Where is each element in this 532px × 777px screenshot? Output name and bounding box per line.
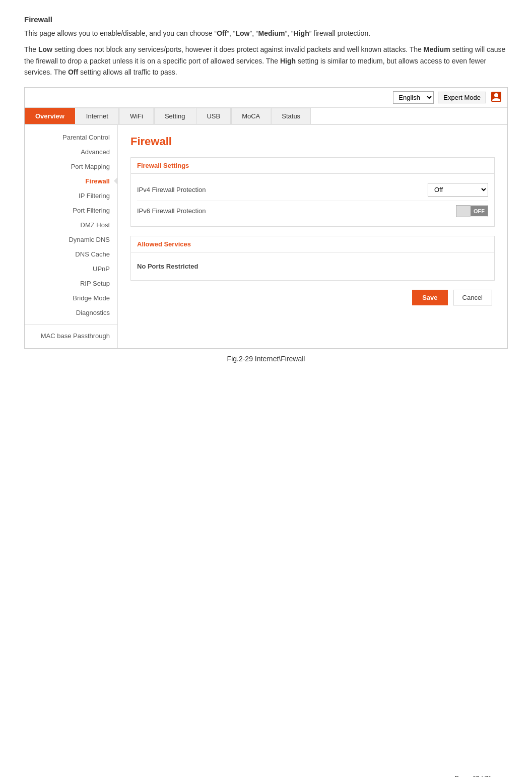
para1-medium: Medium bbox=[258, 29, 285, 37]
para2-prefix: The bbox=[24, 45, 38, 53]
tab-overview[interactable]: Overview bbox=[25, 108, 75, 124]
sidebar-item-diagnostics[interactable]: Diagnostics bbox=[25, 305, 117, 320]
para2-high: High bbox=[280, 57, 296, 65]
tab-setting[interactable]: Setting bbox=[154, 108, 195, 124]
tab-wifi[interactable]: WiFi bbox=[119, 108, 154, 124]
para1-comma1: ”, “ bbox=[227, 29, 235, 37]
para1-comma3: ”, “ bbox=[285, 29, 293, 37]
section-title: Firewall bbox=[24, 15, 508, 24]
sidebar-item-dns-cache[interactable]: DNS Cache bbox=[25, 247, 117, 262]
firewall-settings-section: Firewall Settings IPv4 Firewall Protecti… bbox=[130, 157, 495, 227]
page-number: Page 47 / 71 bbox=[454, 774, 492, 777]
sidebar: Parental Control Advanced Port Mapping F… bbox=[25, 125, 118, 348]
main-area: Parental Control Advanced Port Mapping F… bbox=[25, 125, 507, 348]
sidebar-item-ip-filtering[interactable]: IP Filtering bbox=[25, 188, 117, 203]
para2-medium: Medium bbox=[424, 45, 450, 53]
allowed-services-body: No Ports Restricted bbox=[131, 252, 494, 280]
ipv6-label: IPv6 Firewall Protection bbox=[137, 207, 456, 215]
sidebar-item-advanced[interactable]: Advanced bbox=[25, 145, 117, 159]
figure-caption: Fig.2-29 Internet\Firewall bbox=[24, 355, 508, 363]
tab-usb[interactable]: USB bbox=[196, 108, 231, 124]
action-buttons: Save Cancel bbox=[130, 290, 495, 305]
para2-low: Low bbox=[38, 45, 52, 53]
para1-high: High bbox=[294, 29, 309, 37]
ipv6-setting-row: IPv6 Firewall Protection OFF bbox=[137, 201, 488, 221]
para1-off: Off bbox=[217, 29, 227, 37]
sidebar-item-upnp[interactable]: UPnP bbox=[25, 262, 117, 276]
sidebar-item-port-filtering[interactable]: Port Filtering bbox=[25, 203, 117, 218]
sidebar-item-mac-base-passthrough[interactable]: MAC base Passthrough bbox=[25, 329, 117, 343]
sidebar-item-parental-control[interactable]: Parental Control bbox=[25, 130, 117, 145]
para1-comma2: ”, “ bbox=[249, 29, 258, 37]
ipv6-toggle-label: OFF bbox=[471, 206, 488, 216]
top-bar: English Spanish French Expert Mode bbox=[25, 88, 507, 108]
allowed-services-title: Allowed Services bbox=[131, 236, 494, 252]
firewall-settings-title: Firewall Settings bbox=[131, 158, 494, 174]
firewall-settings-body: IPv4 Firewall Protection Off Low Medium … bbox=[131, 174, 494, 226]
ipv4-select[interactable]: Off Low Medium High bbox=[428, 183, 488, 197]
content-panel: Firewall Firewall Settings IPv4 Firewall… bbox=[118, 125, 507, 348]
intro-paragraph: This page allows you to enable/disable, … bbox=[24, 28, 508, 39]
sidebar-item-port-mapping[interactable]: Port Mapping bbox=[25, 159, 117, 174]
language-select[interactable]: English Spanish French bbox=[393, 91, 434, 104]
tab-internet[interactable]: Internet bbox=[76, 108, 119, 124]
nav-tabs: Overview Internet WiFi Setting USB MoCA … bbox=[25, 108, 507, 125]
sidebar-item-rip-setup[interactable]: RIP Setup bbox=[25, 276, 117, 291]
sidebar-item-dmz-host[interactable]: DMZ Host bbox=[25, 218, 117, 232]
page-heading: Firewall bbox=[130, 135, 495, 148]
para2-suffix: setting allows all traffic to pass. bbox=[78, 68, 177, 76]
ipv6-control: OFF bbox=[456, 205, 488, 217]
ipv4-setting-row: IPv4 Firewall Protection Off Low Medium … bbox=[137, 179, 488, 201]
router-ui-screenshot: English Spanish French Expert Mode Overv… bbox=[24, 87, 508, 349]
para2-mid1: setting does not block any services/port… bbox=[52, 45, 424, 53]
para1-low: Low bbox=[235, 29, 249, 37]
ipv4-control: Off Low Medium High bbox=[428, 183, 488, 197]
sidebar-item-dynamic-dns[interactable]: Dynamic DNS bbox=[25, 232, 117, 247]
allowed-services-section: Allowed Services No Ports Restricted bbox=[130, 236, 495, 281]
tab-moca[interactable]: MoCA bbox=[231, 108, 271, 124]
no-ports-text: No Ports Restricted bbox=[137, 257, 488, 275]
svg-point-1 bbox=[494, 93, 498, 97]
sidebar-item-bridge-mode[interactable]: Bridge Mode bbox=[25, 291, 117, 305]
tab-status[interactable]: Status bbox=[271, 108, 311, 124]
ipv4-label: IPv4 Firewall Protection bbox=[137, 186, 428, 193]
cancel-button[interactable]: Cancel bbox=[453, 290, 492, 305]
para1-suffix: ” firewall protection. bbox=[309, 29, 370, 37]
expert-mode-button[interactable]: Expert Mode bbox=[438, 92, 486, 103]
para2-off: Off bbox=[68, 68, 78, 76]
ipv6-toggle[interactable]: OFF bbox=[456, 205, 488, 217]
detail-paragraph: The Low setting does not block any servi… bbox=[24, 44, 508, 78]
sidebar-item-firewall[interactable]: Firewall bbox=[25, 174, 117, 188]
user-icon[interactable] bbox=[490, 91, 502, 104]
save-button[interactable]: Save bbox=[412, 290, 447, 305]
para1-prefix: This page allows you to enable/disable, … bbox=[24, 29, 217, 37]
